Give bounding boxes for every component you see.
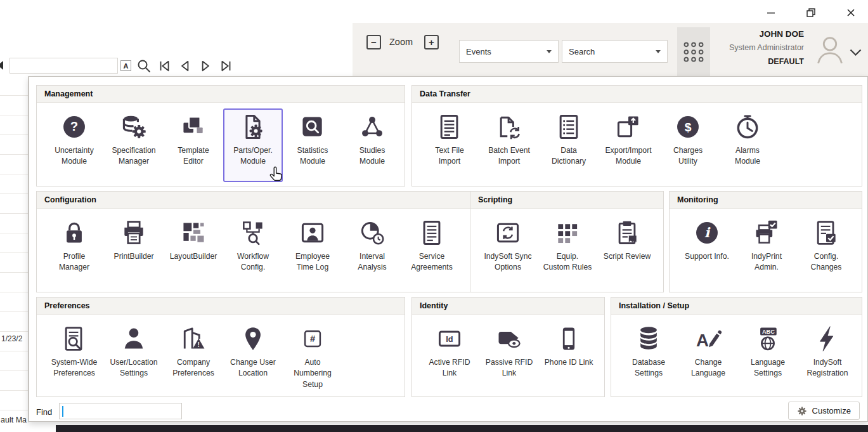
module-indysoft-registration[interactable]: IndySoft Registration [798,320,857,394]
module-indysoft-sync-options[interactable]: IndySoft Sync Options [478,214,538,288]
module-data-dictionary[interactable]: Data Dictionary [539,108,599,182]
module-workflow-config[interactable]: Workflow Config. [223,214,283,288]
group-title: Data Transfer [412,86,862,103]
font-case-button[interactable]: A [120,60,131,71]
module-database-settings[interactable]: Database Settings [619,320,678,394]
module-indyprint-admin[interactable]: IndyPrint Admin. [737,214,796,288]
module-interval-analysis[interactable]: Interval Analysis [342,214,402,288]
module-user-location-settings[interactable]: User/Location Settings [104,320,164,394]
chevron-down-icon[interactable] [850,49,862,56]
module-label: Database Settings [632,357,665,379]
group-title: Preferences [37,298,405,315]
module-alarms-module[interactable]: Alarms Module [718,108,777,182]
group-body: IdActive RFID LinkPassive RFID LinkPhone… [412,315,604,394]
hash-box-icon: # [299,325,327,353]
database-gear-icon [120,113,148,141]
module-system-wide-preferences[interactable]: System-Wide Preferences [44,320,104,394]
module-batch-event-import[interactable]: Batch Event Import [479,108,539,182]
close-button[interactable] [843,6,859,19]
module-printbuilder[interactable]: PrintBuilder [104,214,164,288]
module-company-preferences[interactable]: !Company Preferences [164,320,223,394]
module-uncertainty-module[interactable]: ?Uncertainty Module [44,108,104,182]
export-boxes-icon [614,113,642,141]
group-title: Monitoring [670,192,862,209]
database-icon [635,325,663,353]
bottom-status-bar [56,425,868,432]
customize-label: Customize [812,406,851,416]
question-circle-icon: ? [60,113,88,141]
module-label: Workflow Config. [237,251,269,273]
module-charges-utility[interactable]: $Charges Utility [658,108,718,182]
module-config-changes[interactable]: Config. Changes [796,214,856,288]
module-export-import-module[interactable]: Export/Import Module [599,108,658,182]
user-menu[interactable]: JOHN DOE System Administrator DEFAULT [689,29,804,66]
lock-icon [60,219,88,247]
module-specification-manager[interactable]: Specification Manager [104,108,164,182]
module-template-editor[interactable]: Template Editor [164,108,223,182]
module-studies-module[interactable]: Studies Module [342,108,402,182]
module-employee-time-log[interactable]: Employee Time Log [283,214,342,288]
group-title: Configuration [37,192,470,209]
document-list-icon [555,113,583,141]
skip-first-button[interactable] [157,59,171,73]
module-label: IndySoft Registration [806,357,848,379]
group-title: Management [37,86,405,103]
search-icon[interactable] [136,58,152,74]
module-statistics-module[interactable]: Statistics Module [283,108,342,182]
module-layoutbuilder[interactable]: LayoutBuilder [164,214,223,288]
group-body: IndySoft Sync OptionsEquip. Custom Rules… [470,209,663,288]
grid-blocks-icon [554,219,581,247]
module-label: Batch Event Import [488,145,530,167]
clipped-nav-icon [0,60,5,70]
group-monitoring: MonitoringiSupport Info.IndyPrint Admin.… [669,191,862,292]
module-change-language[interactable]: AChange Language [678,320,738,394]
skip-last-button[interactable] [219,59,233,73]
module-label: Service Agreements [411,251,453,273]
svg-text:!: ! [198,341,200,348]
next-button[interactable] [198,59,212,73]
module-support-info[interactable]: iSupport Info. [677,214,737,288]
module-change-user-location[interactable]: Change User Location [223,320,283,394]
svg-text:?: ? [70,119,78,133]
zoom-in-button[interactable]: + [424,35,439,49]
module-label: Template Editor [178,145,209,167]
background-cell-text: 1/23/2 [1,334,22,343]
module-phone-id-link[interactable]: Phone ID Link [539,320,599,394]
minimize-icon [767,8,775,17]
minimize-button[interactable] [763,6,779,19]
module-label: Auto Numbering Setup [294,357,332,390]
next-icon [198,59,212,73]
module-profile-manager[interactable]: Profile Manager [44,214,104,288]
previous-button[interactable] [178,59,192,73]
background-table [0,76,29,422]
module-label: Language Settings [751,357,785,379]
module-auto-numbering-setup[interactable]: #Auto Numbering Setup [283,320,342,394]
module-passive-rfid-link[interactable]: Passive RFID Link [479,320,539,394]
chevron-down-icon [656,50,661,53]
customize-button[interactable]: Customize [788,402,860,420]
group-data-transfer: Data TransferText File ImportBatch Event… [411,85,862,187]
module-text-file-import[interactable]: Text File Import [420,108,479,182]
group-preferences: PreferencesSystem-Wide PreferencesUser/L… [36,297,405,397]
module-equip-custom-rules[interactable]: Equip. Custom Rules [538,214,597,288]
module-language-settings[interactable]: ABCLanguage Settings [738,320,798,394]
module-service-agreements[interactable]: Service Agreements [402,214,462,288]
share-nodes-icon [358,113,386,141]
template-squares-icon [179,113,207,141]
module-label: Parts/Oper. Module [233,145,273,167]
avatar-icon [813,33,846,66]
events-dropdown[interactable]: Events [459,40,559,63]
workflow-icon [239,219,267,247]
alarm-clock-icon [734,113,761,141]
module-label: Change User Location [230,357,276,379]
module-active-rfid-link[interactable]: IdActive RFID Link [420,320,479,394]
skip-last-icon [219,59,233,73]
find-input[interactable] [59,403,182,419]
zoom-out-button[interactable]: − [366,35,381,49]
quick-search-input[interactable] [10,58,118,74]
module-script-review[interactable]: Script Review [597,214,657,288]
module-label: Text File Import [435,145,463,167]
search-dropdown[interactable]: Search [562,40,668,63]
maximize-button[interactable] [803,6,819,19]
avatar[interactable] [813,33,846,66]
